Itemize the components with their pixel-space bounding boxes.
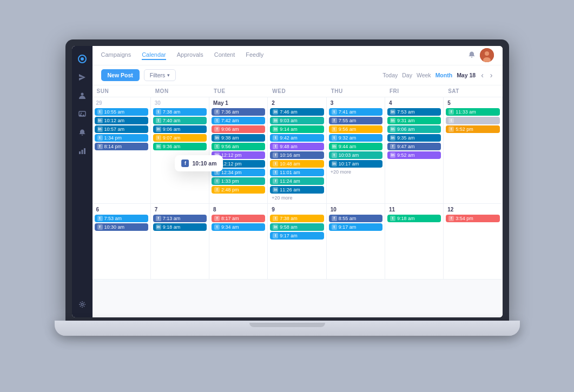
- event[interactable]: in9:06 am: [387, 125, 441, 133]
- sidebar-icon-chart[interactable]: [75, 143, 90, 158]
- event[interactable]: t11:01 am: [270, 169, 324, 176]
- week-btn[interactable]: Week: [417, 72, 431, 78]
- filters-button[interactable]: Filters ▾: [144, 69, 176, 81]
- day-btn[interactable]: Day: [402, 72, 412, 78]
- more-link-thu[interactable]: +20 more: [329, 169, 382, 175]
- event[interactable]: f2:48 pm: [212, 186, 265, 194]
- cell-may-3: 3 t7:41 am f7:55 am t9:56 am t9:32 am in…: [327, 97, 385, 204]
- event[interactable]: in10:17 am: [329, 160, 382, 168]
- more-link-wed[interactable]: +20 more: [270, 195, 324, 201]
- cell-may-9: 9 t7:38 am in9:58 am t9:17 am: [268, 204, 326, 280]
- event[interactable]: in9:38 am: [212, 134, 265, 142]
- event-popup[interactable]: f 10:10 am: [175, 155, 223, 171]
- tab-approvals[interactable]: Approvals: [177, 50, 203, 60]
- event[interactable]: t9:32 am: [329, 134, 382, 142]
- event[interactable]: t7:41 am: [329, 108, 382, 116]
- event[interactable]: t9:18 am: [387, 215, 441, 222]
- event[interactable]: in9:35 am: [387, 134, 441, 142]
- sidebar-icon-users[interactable]: [75, 88, 90, 103]
- event[interactable]: in7:53 am: [387, 108, 441, 116]
- tab-feedly[interactable]: Feedly: [246, 50, 263, 60]
- event[interactable]: in10:12 am: [95, 117, 148, 124]
- date-may-3: 3: [329, 99, 382, 107]
- cell-may-7: 7 f7:13 am in9:18 am: [151, 204, 209, 280]
- sidebar-icon-settings[interactable]: [75, 297, 90, 312]
- top-nav: Campaigns Calendar Approvals Content Fee…: [93, 46, 503, 65]
- event[interactable]: in10:57 am: [95, 125, 148, 133]
- event[interactable]: in9:18 am: [153, 223, 207, 231]
- cell-may-2: 2 in7:46 am in9:03 am in9:14 am t9:42 am…: [268, 97, 326, 204]
- event[interactable]: t5:52 pm: [446, 125, 500, 133]
- date-may-8: 8: [212, 206, 265, 213]
- event[interactable]: t7:40 am: [153, 117, 207, 124]
- event-partial[interactable]: t: [446, 117, 500, 124]
- tab-calendar[interactable]: Calendar: [142, 50, 166, 60]
- event[interactable]: f10:30 am: [95, 223, 148, 231]
- sidebar-icon-logo[interactable]: [75, 51, 90, 67]
- event[interactable]: f7:55 am: [329, 117, 382, 124]
- notifications-icon[interactable]: [468, 51, 476, 60]
- event[interactable]: t7:38 am: [270, 215, 324, 222]
- event[interactable]: f7:13 am: [153, 215, 207, 222]
- popup-time: 10:10 am: [193, 160, 217, 167]
- event[interactable]: in9:31 am: [387, 117, 441, 124]
- prev-month-button[interactable]: ‹: [480, 71, 485, 79]
- event[interactable]: in9:03 am: [270, 117, 324, 124]
- event[interactable]: f10:16 am: [270, 151, 324, 159]
- sidebar-icon-send[interactable]: [75, 70, 90, 85]
- current-month: May 18: [457, 72, 476, 78]
- sidebar: [72, 46, 93, 317]
- event[interactable]: f8:55 am: [329, 215, 382, 222]
- event[interactable]: f9:47 am: [387, 143, 441, 150]
- today-btn[interactable]: Today: [382, 72, 398, 78]
- event[interactable]: f3:54 pm: [446, 215, 500, 222]
- tab-campaigns[interactable]: Campaigns: [101, 50, 131, 60]
- event[interactable]: t9:07 am: [153, 134, 207, 142]
- event[interactable]: f8:14 pm: [95, 143, 148, 150]
- event[interactable]: f11:24 am: [270, 177, 324, 185]
- sidebar-icon-bell[interactable]: [75, 125, 90, 140]
- event[interactable]: t1:34 pm: [95, 134, 148, 142]
- event[interactable]: in9:06 am: [153, 125, 207, 133]
- event[interactable]: in9:44 am: [329, 143, 382, 150]
- event[interactable]: in7:46 am: [270, 108, 324, 116]
- event[interactable]: t7:53 am: [95, 215, 148, 222]
- tab-content[interactable]: Content: [214, 50, 235, 60]
- new-post-button[interactable]: New Post: [101, 69, 140, 81]
- event[interactable]: t7:38 am: [153, 108, 207, 116]
- event[interactable]: in9:14 am: [270, 125, 324, 133]
- next-month-button[interactable]: ›: [489, 71, 494, 79]
- laptop-screen-inner: Campaigns Calendar Approvals Content Fee…: [72, 46, 503, 317]
- event[interactable]: t10:03 am: [329, 151, 382, 159]
- toolbar: New Post Filters ▾ Today Day Week Month …: [93, 65, 503, 85]
- event[interactable]: f8:17 am: [212, 215, 265, 222]
- event[interactable]: f9:06 am: [212, 125, 265, 133]
- calendar-nav: Today Day Week Month May 18 ‹ ›: [382, 71, 493, 79]
- popup-network-icon: f: [182, 160, 189, 167]
- avatar[interactable]: [480, 48, 494, 62]
- col-sun: Sun: [93, 85, 151, 97]
- event[interactable]: t10:55 am: [95, 108, 148, 116]
- event[interactable]: t7:42 am: [212, 117, 265, 124]
- event[interactable]: t9:56 am: [329, 125, 382, 133]
- col-wed: Wed: [268, 85, 326, 97]
- event[interactable]: in9:58 am: [270, 223, 324, 231]
- sidebar-icon-image[interactable]: [75, 107, 90, 122]
- event[interactable]: f7:36 am: [212, 108, 265, 116]
- event[interactable]: t9:56 am: [212, 143, 265, 150]
- event[interactable]: in9:52 am: [387, 151, 441, 159]
- date-may-6: 6: [95, 206, 148, 213]
- month-btn[interactable]: Month: [436, 72, 453, 78]
- event[interactable]: t10:48 am: [270, 160, 324, 168]
- event[interactable]: t9:48 am: [270, 143, 324, 150]
- event[interactable]: in9:36 am: [153, 143, 207, 150]
- event[interactable]: in11:26 am: [270, 186, 324, 194]
- event[interactable]: t1:33 pm: [212, 177, 265, 185]
- event[interactable]: t9:17 am: [329, 223, 382, 231]
- event[interactable]: t9:34 am: [212, 223, 265, 231]
- svg-point-4: [80, 112, 81, 114]
- event[interactable]: f11:33 am: [446, 108, 500, 116]
- cell-apr-29: 29 t10:55 am in10:12 am in10:57 am t1:34…: [93, 97, 151, 204]
- event[interactable]: t9:17 am: [270, 232, 324, 240]
- event[interactable]: t9:42 am: [270, 134, 324, 142]
